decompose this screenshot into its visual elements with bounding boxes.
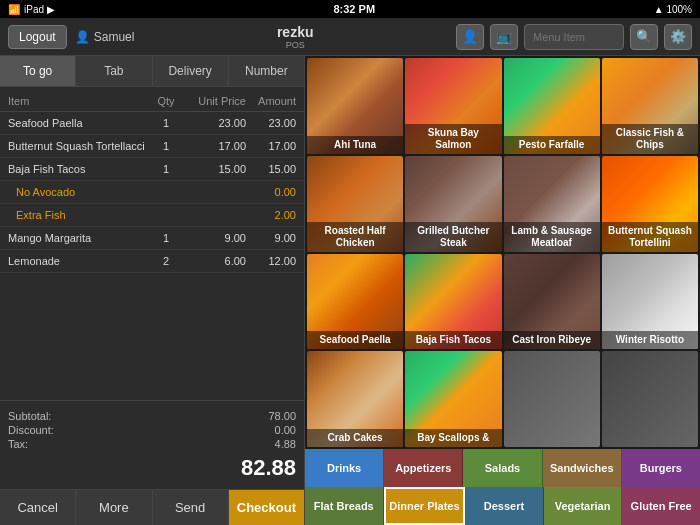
order-row-5[interactable]: Lemonade 2 6.00 12.00 [0,250,304,273]
menu-item-label-grilled-steak: Grilled Butcher Steak [405,222,501,252]
header-icons: 👤 📺 🔍 ⚙️ [456,24,692,50]
menu-item-classic-fish[interactable]: Classic Fish & Chips [602,58,698,154]
menu-item-baja-fish[interactable]: Baja Fish Tacos [405,254,501,350]
user-icon: 👤 [75,30,90,44]
order-row-modifier-2[interactable]: Extra Fish 2.00 [0,204,304,227]
tab-tab[interactable]: Tab [76,56,152,86]
menu-item-label-classic-fish: Classic Fish & Chips [602,124,698,154]
item-qty-1: 1 [151,117,181,129]
logout-button[interactable]: Logout [8,25,67,49]
discount-row: Discount: 0.00 [8,423,296,437]
item-qty-5: 2 [151,255,181,267]
checkout-button[interactable]: Checkout [229,490,304,525]
category-tab-dinner-plates[interactable]: Dinner Plates [384,487,466,525]
totals-section: Subtotal: 78.00 Discount: 0.00 Tax: 4.88… [0,400,304,489]
menu-item-label-roasted-chicken: Roasted Half Chicken [307,222,403,252]
category-tab-vegetarian[interactable]: Vegetarian [544,487,623,525]
order-row-2[interactable]: Butternut Squash Tortellacci 1 17.00 17.… [0,135,304,158]
more-button[interactable]: More [76,490,152,525]
menu-item-pesto-farfalle[interactable]: Pesto Farfalle [504,58,600,154]
menu-item-lamb-sausage[interactable]: Lamb & Sausage Meatloaf [504,156,600,252]
action-buttons: Cancel More Send Checkout [0,489,304,525]
carrier-label: iPad ▶ [24,4,55,15]
menu-item-seafood-paella[interactable]: Seafood Paella [307,254,403,350]
menu-item-winter-risotto[interactable]: Winter Risotto [602,254,698,350]
item-price-5: 6.00 [181,255,246,267]
tab-delivery[interactable]: Delivery [153,56,229,86]
tab-number[interactable]: Number [229,56,304,86]
menu-item-roasted-chicken[interactable]: Roasted Half Chicken [307,156,403,252]
brand-sub: POS [142,40,448,50]
status-left: 📶 iPad ▶ [8,4,55,15]
clock: 8:32 PM [333,3,375,15]
category-tab-flat-breads[interactable]: Flat Breads [305,487,384,525]
menu-search-input[interactable] [524,24,624,50]
logo-area: rezku POS [142,24,448,50]
tax-label: Tax: [8,438,28,450]
order-row-1[interactable]: Seafood Paella 1 23.00 23.00 [0,112,304,135]
subtotal-label: Subtotal: [8,410,51,422]
grand-total: 82.88 [8,451,296,481]
main-layout: To go Tab Delivery Number Item Qty Unit … [0,56,700,525]
display-icon-btn[interactable]: 📺 [490,24,518,50]
menu-item-label-crab-cakes: Crab Cakes [307,429,403,447]
tax-row: Tax: 4.88 [8,437,296,451]
menu-item-skuna-bay[interactable]: Skuna Bay Salmon [405,58,501,154]
item-amount-2: 17.00 [246,140,296,152]
menu-item-label-ahi-tuna: Ahi Tuna [307,136,403,154]
tax-value: 4.88 [275,438,296,450]
discount-value: 0.00 [275,424,296,436]
tab-to-go[interactable]: To go [0,56,76,86]
modifier-amount-1: 0.00 [246,186,296,198]
item-amount-1: 23.00 [246,117,296,129]
category-tabs-row-2: Flat Breads Dinner Plates Dessert Vegeta… [305,487,700,525]
header-bar: Logout 👤 Samuel rezku POS 👤 📺 🔍 ⚙️ [0,18,700,56]
menu-item-label-skuna-bay: Skuna Bay Salmon [405,124,501,154]
order-list-header: Item Qty Unit Price Amount [0,91,304,112]
menu-item-empty-1 [504,351,600,447]
settings-icon-btn[interactable]: ⚙️ [664,24,692,50]
category-tab-salads[interactable]: Salads [463,449,542,487]
search-icon-btn[interactable]: 🔍 [630,24,658,50]
item-qty-2: 1 [151,140,181,152]
menu-item-empty-2 [602,351,698,447]
item-price-3: 15.00 [181,163,246,175]
send-button[interactable]: Send [153,490,229,525]
order-tabs: To go Tab Delivery Number [0,56,304,87]
header-item: Item [8,95,151,107]
profile-icon-btn[interactable]: 👤 [456,24,484,50]
item-amount-3: 15.00 [246,163,296,175]
menu-item-butternut-tortellini[interactable]: Butternut Squash Tortellini [602,156,698,252]
order-list: Item Qty Unit Price Amount Seafood Paell… [0,87,304,400]
subtotal-row: Subtotal: 78.00 [8,409,296,423]
menu-item-bay-scallops[interactable]: Bay Scallops & [405,351,501,447]
cancel-button[interactable]: Cancel [0,490,76,525]
modifier-name-2: Extra Fish [8,209,151,221]
menu-item-crab-cakes[interactable]: Crab Cakes [307,351,403,447]
category-tab-burgers[interactable]: Burgers [622,449,700,487]
item-name-5: Lemonade [8,255,151,267]
header-amount: Amount [246,95,296,107]
category-tab-dessert[interactable]: Dessert [465,487,544,525]
header-qty: Qty [151,95,181,107]
item-amount-5: 12.00 [246,255,296,267]
brand-name: rezku [142,24,448,40]
discount-label: Discount: [8,424,54,436]
menu-item-grilled-steak[interactable]: Grilled Butcher Steak [405,156,501,252]
user-name: Samuel [94,30,135,44]
category-tab-appetizers[interactable]: Appetizers [384,449,463,487]
category-tab-drinks[interactable]: Drinks [305,449,384,487]
order-row-3[interactable]: Baja Fish Tacos 1 15.00 15.00 [0,158,304,181]
order-row-4[interactable]: Mango Margarita 1 9.00 9.00 [0,227,304,250]
user-label: 👤 Samuel [75,30,135,44]
category-tab-gluten-free[interactable]: Gluten Free [622,487,700,525]
menu-item-cast-iron[interactable]: Cast Iron Ribeye [504,254,600,350]
order-row-modifier-1[interactable]: No Avocado 0.00 [0,181,304,204]
menu-item-label-winter-risotto: Winter Risotto [602,331,698,349]
menu-item-label-pesto-farfalle: Pesto Farfalle [504,136,600,154]
item-name-1: Seafood Paella [8,117,151,129]
menu-grid: Ahi Tuna Skuna Bay Salmon Pesto Farfalle… [305,56,700,449]
menu-item-ahi-tuna[interactable]: Ahi Tuna [307,58,403,154]
grand-total-value: 82.88 [241,455,296,481]
category-tab-sandwiches[interactable]: Sandwiches [543,449,622,487]
